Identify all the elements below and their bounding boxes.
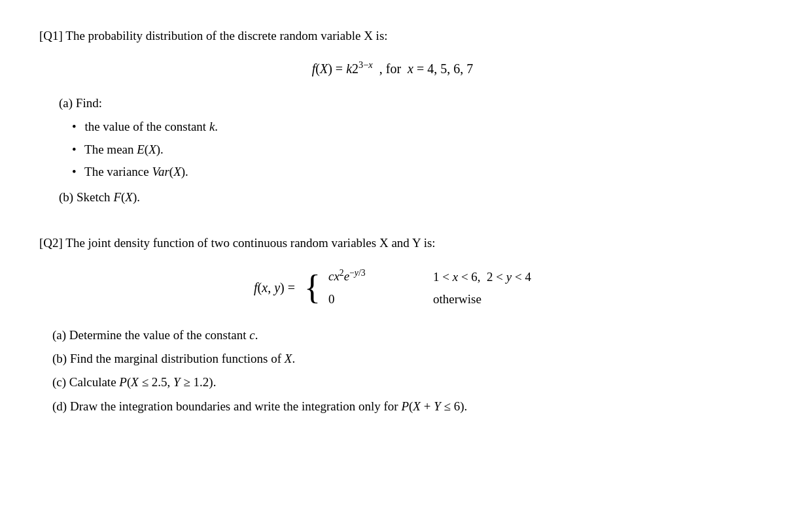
q1-title-text: [Q1] The probability distribution of the…: [39, 29, 388, 42]
q1-formula-text: f(X) = k23−x , for x = 4, 5, 6, 7: [312, 61, 474, 76]
q2-brace: {: [304, 271, 321, 305]
q2-case2-expr: 0: [328, 290, 420, 309]
q2-title: [Q2] The joint density function of two c…: [39, 233, 746, 253]
question-1: [Q1] The probability distribution of the…: [39, 26, 746, 207]
q1-part-b-label: (b) Sketch F(X).: [59, 188, 746, 207]
q2-piecewise-lhs: f(x, y) =: [254, 277, 295, 298]
q2-part-a: (a) Determine the value of the constant …: [52, 325, 746, 345]
q1-bullet-2: The mean E(X).: [72, 140, 746, 159]
q1-bullet-list: the value of the constant k. The mean E(…: [72, 117, 746, 182]
q1-bullet-1: the value of the constant k.: [72, 117, 746, 137]
q2-part-c: (c) Calculate P(X ≤ 2.5, Y ≥ 1.2).: [52, 373, 746, 392]
q2-part-d: (d) Draw the integration boundaries and …: [52, 397, 746, 416]
q2-part-b: (b) Find the marginal distribution funct…: [52, 349, 746, 369]
q1-formula: f(X) = k23−x , for x = 4, 5, 6, 7: [39, 58, 746, 79]
q2-piecewise: f(x, y) = { cx2e−y/3 1 < x < 6, 2 < y < …: [39, 266, 746, 309]
q2-piecewise-cases: cx2e−y/3 1 < x < 6, 2 < y < 4 0 otherwis…: [328, 266, 531, 309]
q2-case-2: 0 otherwise: [328, 290, 531, 309]
q1-title: [Q1] The probability distribution of the…: [39, 26, 746, 46]
q2-case-1: cx2e−y/3 1 < x < 6, 2 < y < 4: [328, 266, 531, 287]
q2-case1-expr: cx2e−y/3: [328, 266, 420, 287]
q1-bullet-3: The variance Var(X).: [72, 162, 746, 182]
q2-parts: (a) Determine the value of the constant …: [52, 325, 746, 417]
question-2: [Q2] The joint density function of two c…: [39, 233, 746, 416]
q2-case2-cond: otherwise: [433, 290, 481, 309]
q2-case1-cond: 1 < x < 6, 2 < y < 4: [433, 267, 531, 287]
q1-part-a-label: (a) Find:: [59, 93, 746, 113]
q1-sub-parts: (a) Find: the value of the constant k. T…: [59, 93, 746, 207]
